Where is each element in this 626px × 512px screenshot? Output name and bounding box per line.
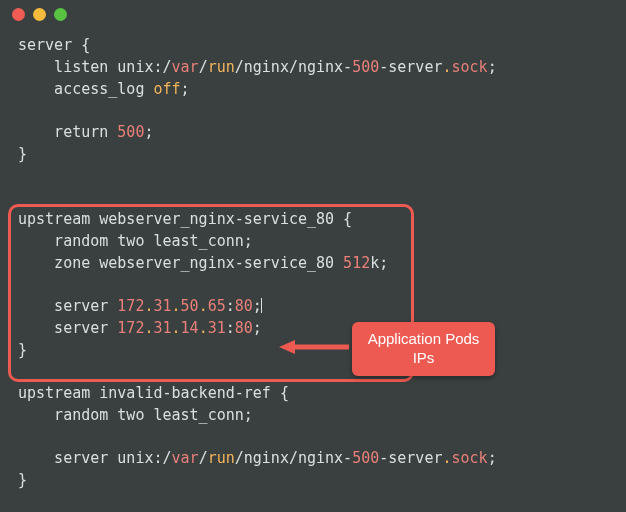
- terminal-window: server { listen unix:/var/run/nginx/ngin…: [0, 0, 626, 512]
- code-line: random two least_conn;: [18, 406, 253, 424]
- zoom-icon[interactable]: [54, 8, 67, 21]
- minimize-icon[interactable]: [33, 8, 46, 21]
- code-line: server unix:/var/run/nginx/nginx-500-ser…: [18, 449, 497, 467]
- code-line: return 500;: [18, 123, 153, 141]
- code-line: upstream webserver_nginx-service_80 {: [18, 210, 352, 228]
- code-line: random two least_conn;: [18, 232, 253, 250]
- text-cursor: [261, 298, 262, 313]
- callout-label: Application Pods IPs: [352, 322, 495, 376]
- code-line: server {: [18, 36, 90, 54]
- code-block: server { listen unix:/var/run/nginx/ngin…: [0, 21, 626, 492]
- code-line: }: [18, 145, 27, 163]
- code-line: zone webserver_nginx-service_80 512k;: [18, 254, 388, 272]
- code-line: }: [18, 341, 27, 359]
- code-line: }: [18, 471, 27, 489]
- close-icon[interactable]: [12, 8, 25, 21]
- title-bar: [0, 0, 626, 21]
- code-line: server 172.31.14.31:80;: [18, 319, 262, 337]
- code-line: upstream invalid-backend-ref {: [18, 384, 289, 402]
- code-line: listen unix:/var/run/nginx/nginx-500-ser…: [18, 58, 497, 76]
- code-line: access_log off;: [18, 80, 190, 98]
- code-line: server 172.31.50.65:80;: [18, 297, 262, 315]
